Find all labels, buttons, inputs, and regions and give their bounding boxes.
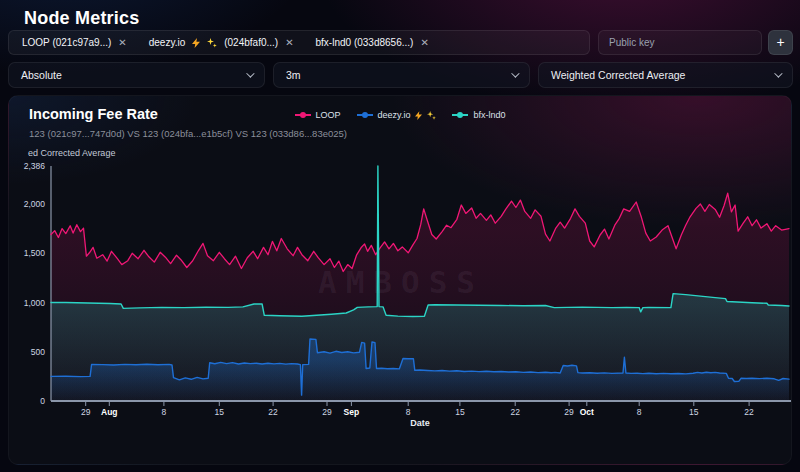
chip-label: deezy.io — [149, 37, 186, 48]
svg-text:Oct: Oct — [580, 407, 594, 417]
svg-text:22: 22 — [744, 407, 754, 417]
svg-text:Sep: Sep — [344, 407, 360, 417]
bolt-icon — [192, 38, 200, 48]
select-value: 3m — [286, 69, 301, 81]
svg-text:Aug: Aug — [101, 407, 118, 417]
node-chips-input[interactable]: LOOP (021c97a9...) ✕ deezy.io (024bfaf0.… — [8, 30, 590, 55]
chip-deezy: deezy.io (024bfaf0...) ✕ — [149, 37, 294, 48]
chip-loop: LOOP (021c97a9...) ✕ — [22, 37, 127, 48]
svg-text:2,000: 2,000 — [24, 199, 46, 209]
chevron-down-icon — [246, 69, 254, 77]
svg-text:8: 8 — [637, 407, 642, 417]
select-value: Weighted Corrected Average — [551, 69, 685, 81]
svg-text:15: 15 — [455, 407, 465, 417]
svg-text:0: 0 — [40, 396, 45, 406]
chip-label: bfx-lnd0 (033d8656...) — [316, 37, 414, 48]
svg-text:29: 29 — [564, 407, 574, 417]
chip-bfx: bfx-lnd0 (033d8656...) ✕ — [316, 37, 429, 48]
svg-text:1,500: 1,500 — [24, 248, 46, 258]
public-key-input[interactable] — [598, 30, 762, 55]
svg-text:22: 22 — [268, 407, 278, 417]
svg-text:2,386: 2,386 — [24, 161, 46, 171]
svg-text:8: 8 — [406, 407, 411, 417]
svg-text:15: 15 — [215, 407, 225, 417]
aggregation-select[interactable]: Weighted Corrected Average — [538, 62, 793, 88]
add-node-button[interactable]: + — [768, 30, 793, 55]
chip-pubkey: (024bfaf0...) — [224, 37, 278, 48]
metric-mode-select[interactable]: Absolute — [8, 62, 265, 88]
sparkles-icon — [207, 38, 217, 48]
page-title: Node Metrics — [24, 8, 139, 29]
x-axis-label: Date — [51, 418, 789, 428]
chevron-down-icon — [511, 69, 519, 77]
chart-panel: Incoming Fee Rate 123 (021c97...747d0d) … — [8, 95, 792, 465]
close-icon[interactable]: ✕ — [420, 38, 428, 48]
svg-text:22: 22 — [510, 407, 520, 417]
svg-text:29: 29 — [322, 407, 332, 417]
close-icon[interactable]: ✕ — [118, 38, 126, 48]
select-value: Absolute — [21, 69, 62, 81]
svg-text:8: 8 — [162, 407, 167, 417]
close-icon[interactable]: ✕ — [285, 38, 293, 48]
svg-text:29: 29 — [81, 407, 91, 417]
svg-text:15: 15 — [689, 407, 699, 417]
svg-text:500: 500 — [31, 347, 45, 357]
time-range-select[interactable]: 3m — [273, 62, 530, 88]
chip-label: LOOP (021c97a9...) — [22, 37, 111, 48]
svg-text:1,000: 1,000 — [24, 298, 46, 308]
chevron-down-icon — [774, 69, 782, 77]
fee-rate-chart[interactable]: 05001,0001,5002,0002,38629Aug8152229Sep8… — [9, 96, 792, 465]
